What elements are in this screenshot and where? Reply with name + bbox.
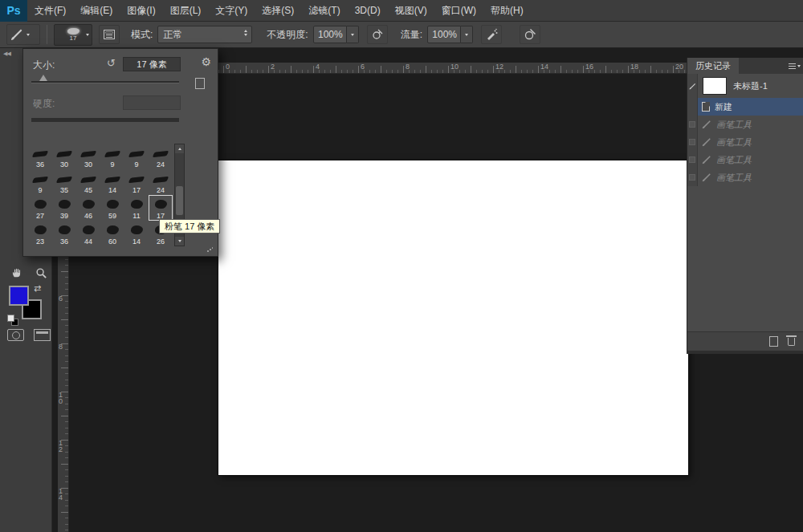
menu-window[interactable]: 窗口(W) bbox=[434, 0, 483, 22]
panel-menu-button[interactable] bbox=[785, 58, 803, 74]
brush-preset[interactable]: 11 bbox=[124, 195, 149, 221]
default-colors-icon[interactable] bbox=[7, 315, 20, 326]
history-snapshot-row[interactable]: 未标题-1 bbox=[687, 74, 803, 98]
brush-preset[interactable]: 24 bbox=[149, 169, 173, 195]
foreground-color-swatch[interactable] bbox=[9, 286, 29, 306]
brush-preset[interactable]: 14 bbox=[100, 169, 124, 195]
brush-preset[interactable]: 36 bbox=[28, 144, 52, 169]
flow-label: 流量: bbox=[401, 28, 422, 42]
menu-edit[interactable]: 编辑(E) bbox=[73, 0, 120, 22]
airbrush-button[interactable] bbox=[481, 25, 502, 44]
size-value-field[interactable]: 17 像素 bbox=[123, 57, 181, 71]
brush-preset[interactable]: 30 bbox=[52, 144, 76, 169]
tab-history[interactable]: 历史记录 bbox=[687, 58, 739, 74]
brush-preset[interactable]: 9 bbox=[124, 144, 149, 169]
menu-layer[interactable]: 图层(L) bbox=[163, 0, 209, 22]
screen-mode-button[interactable] bbox=[34, 329, 51, 341]
brush-preset[interactable]: 14 bbox=[124, 221, 149, 246]
pressure-size-button[interactable] bbox=[520, 25, 540, 44]
brush-preset[interactable]: 17 bbox=[124, 169, 149, 195]
brush-preset[interactable]: 9 bbox=[100, 144, 124, 169]
state-checkbox bbox=[689, 139, 695, 145]
panel-resize-grip[interactable] bbox=[206, 246, 213, 253]
brush-preset[interactable]: 23 bbox=[28, 221, 52, 246]
pressure-opacity-button[interactable] bbox=[367, 25, 388, 44]
hand-icon bbox=[11, 267, 23, 279]
brush-size-label: 17 bbox=[132, 186, 141, 194]
blend-mode-select[interactable]: 正常 bbox=[157, 26, 252, 43]
menu-file[interactable]: 文件(F) bbox=[27, 0, 73, 22]
brush-thumbnail-icon bbox=[80, 151, 96, 157]
slider-thumb[interactable] bbox=[39, 75, 47, 81]
hand-tool-button[interactable] bbox=[6, 263, 27, 282]
menu-select[interactable]: 选择(S) bbox=[255, 0, 301, 22]
ruler-label: 20 bbox=[675, 63, 683, 71]
scroll-up-button[interactable] bbox=[175, 144, 184, 153]
menu-help[interactable]: 帮助(H) bbox=[483, 0, 531, 22]
history-state-well[interactable] bbox=[687, 98, 698, 116]
opacity-input[interactable]: 100% bbox=[313, 26, 347, 43]
pressure-pen-icon bbox=[371, 28, 384, 41]
brush-preset[interactable]: 60 bbox=[100, 221, 124, 246]
brush-preset[interactable]: 24 bbox=[149, 144, 173, 169]
brush-preset[interactable]: 9 bbox=[28, 169, 52, 195]
menu-image[interactable]: 图像(I) bbox=[120, 0, 162, 22]
zoom-tool-button[interactable] bbox=[31, 263, 51, 282]
delete-state-icon[interactable] bbox=[788, 338, 795, 346]
menu-3d[interactable]: 3D(D) bbox=[348, 0, 388, 22]
mini-foreground-swatch bbox=[7, 315, 14, 322]
toggle-brush-panel-button[interactable] bbox=[99, 25, 120, 44]
menu-view[interactable]: 视图(V) bbox=[388, 0, 434, 22]
flow-dropdown-button[interactable] bbox=[461, 26, 473, 43]
quick-mask-button[interactable] bbox=[7, 329, 24, 341]
gear-icon[interactable]: ⚙ bbox=[201, 55, 211, 68]
brush-preset-selected[interactable]: 17 bbox=[149, 195, 173, 221]
brush-thumbnail-icon bbox=[104, 177, 120, 183]
pressure-pen-icon bbox=[524, 28, 536, 41]
chevron-down-icon bbox=[797, 65, 801, 67]
brush-preset[interactable]: 27 bbox=[28, 195, 52, 221]
brush-preset[interactable]: 30 bbox=[76, 144, 100, 169]
history-brush-source-well[interactable] bbox=[687, 74, 698, 98]
history-state-well[interactable] bbox=[687, 133, 698, 151]
panel-resize-strip[interactable] bbox=[687, 351, 803, 354]
history-state-well[interactable] bbox=[687, 151, 698, 169]
brush-preset[interactable]: 44 bbox=[76, 221, 100, 246]
reset-size-icon[interactable]: ↺ bbox=[107, 58, 116, 69]
brush-preset[interactable]: 45 bbox=[76, 169, 100, 195]
document-canvas[interactable] bbox=[218, 160, 688, 475]
ruler-label: 8 bbox=[406, 63, 410, 71]
history-state-brush-4[interactable]: 画笔工具 bbox=[687, 169, 803, 186]
flow-input[interactable]: 100% bbox=[427, 26, 461, 43]
new-preset-icon[interactable] bbox=[195, 78, 205, 89]
swap-colors-icon[interactable]: ⇄ bbox=[34, 283, 41, 294]
ruler-label: 12 bbox=[59, 440, 63, 453]
brush-preset[interactable]: 35 bbox=[52, 169, 76, 195]
opacity-dropdown-button[interactable] bbox=[347, 26, 359, 43]
brush-preset[interactable]: 36 bbox=[52, 221, 76, 246]
brush-preset[interactable]: 39 bbox=[52, 195, 76, 221]
brush-size-label: 24 bbox=[157, 186, 165, 194]
history-state-brush-2[interactable]: 画笔工具 bbox=[687, 133, 803, 151]
brush-preset[interactable]: 46 bbox=[76, 195, 100, 221]
new-document-from-state-icon[interactable] bbox=[769, 336, 778, 347]
brush-preset-picker-button[interactable]: 17 bbox=[54, 24, 92, 46]
size-value: 17 像素 bbox=[137, 59, 166, 71]
scroll-down-button[interactable] bbox=[175, 237, 184, 246]
ruler-label: 0 bbox=[226, 63, 230, 71]
history-state-brush-3[interactable]: 画笔工具 bbox=[687, 151, 803, 169]
history-state-well[interactable] bbox=[687, 116, 698, 133]
size-slider[interactable] bbox=[31, 81, 179, 83]
history-state-brush-1[interactable]: 画笔工具 bbox=[687, 116, 803, 133]
history-state-new[interactable]: 新建 bbox=[687, 98, 803, 116]
brush-thumbnail-icon bbox=[83, 200, 95, 209]
collapse-panel-icon[interactable]: ◀◀ bbox=[3, 51, 10, 57]
brush-preset[interactable]: 59 bbox=[100, 195, 124, 221]
menu-type[interactable]: 文字(Y) bbox=[208, 0, 255, 22]
scrollbar-thumb[interactable] bbox=[176, 186, 183, 215]
ruler-label: 10 bbox=[59, 392, 63, 404]
brush-thumbnail-icon bbox=[56, 151, 72, 157]
history-state-well[interactable] bbox=[687, 169, 698, 186]
tool-preset-picker[interactable] bbox=[6, 24, 40, 45]
menu-filter[interactable]: 滤镜(T) bbox=[301, 0, 347, 22]
